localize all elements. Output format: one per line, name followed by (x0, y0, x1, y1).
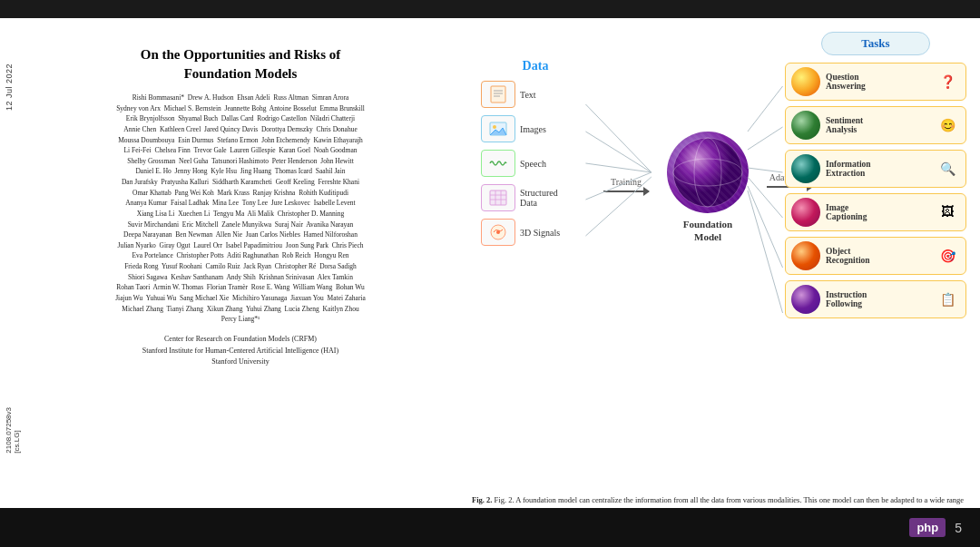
institution-info: Center for Research on Foundation Models… (41, 334, 440, 368)
php-badge: php (909, 518, 946, 537)
paper-title: On the Opportunities and Risks of Founda… (41, 45, 440, 83)
object-sphere (791, 241, 820, 270)
sentiment-sphere (791, 111, 820, 140)
paper-side: 12 Jul 2022 2108.07258v3 [cs.LG] On the … (0, 18, 463, 526)
signals-label: 3D Signals (520, 228, 560, 238)
date-label: 12 Jul 2022 (5, 63, 14, 111)
instruction-label: InstructionFollowing (826, 290, 935, 308)
data-column: Data Text (481, 59, 590, 253)
svg-line-19 (585, 163, 651, 172)
speech-label: Speech (520, 159, 546, 169)
foundation-model: FoundationModel (658, 132, 758, 244)
figure-side: Data Text (463, 18, 980, 526)
sentiment-icon: 😊 (935, 112, 960, 138)
arxiv-label: 2108.07258v3 [cs.LG] (5, 407, 21, 454)
object-label: ObjectRecognition (826, 247, 935, 265)
tasks-column: Tasks QuestionAnswering ❓ SentimentAnaly… (785, 32, 966, 324)
svg-line-18 (585, 132, 651, 172)
images-label: Images (520, 124, 546, 134)
bottom-bar: php 5 (0, 508, 980, 547)
signals-icon-box (481, 219, 515, 246)
svg-point-12 (496, 230, 500, 234)
svg-line-17 (585, 104, 651, 172)
qa-label: QuestionAnswering (826, 73, 935, 91)
svg-rect-0 (491, 86, 505, 103)
training-area: Training (603, 177, 649, 192)
instruction-icon: 📋 (935, 287, 960, 312)
task-object: ObjectRecognition 🎯 (785, 237, 966, 275)
task-info: InformationExtraction 🔍 (785, 150, 966, 188)
structured-data-item: StructuredData (481, 184, 590, 211)
text-icon (481, 81, 515, 108)
fm-circle (667, 132, 749, 213)
tasks-header: Tasks (821, 32, 930, 55)
training-label: Training (611, 177, 642, 187)
diagram-area: Data Text (472, 32, 971, 422)
sentiment-label: SentimentAnalysis (826, 116, 935, 134)
info-label: InformationExtraction (826, 160, 935, 178)
svg-rect-6 (490, 190, 506, 205)
object-icon: 🎯 (935, 243, 960, 269)
text-data-item: Text (481, 81, 590, 108)
structured-icon-box (481, 184, 515, 211)
fm-label: FoundationModel (658, 218, 758, 244)
svg-point-15 (694, 138, 721, 207)
task-qa: QuestionAnswering ❓ (785, 63, 966, 101)
speech-icon-box (481, 150, 515, 177)
caption-fig-label: Fig. 2. (472, 495, 492, 504)
structured-label: StructuredData (520, 188, 558, 208)
qa-icon: ❓ (935, 69, 960, 94)
instruction-sphere (791, 285, 820, 314)
images-icon (481, 115, 515, 142)
text-label: Text (520, 90, 536, 100)
authors-list: Rishi Bommasani* Drew A. Hudson Ehsan Ad… (41, 93, 440, 325)
task-instruction: InstructionFollowing 📋 (785, 280, 966, 318)
task-captioning: ImageCaptioning 🖼 (785, 193, 966, 231)
captioning-icon: 🖼 (935, 200, 960, 225)
data-label: Data (481, 59, 590, 73)
images-data-item: Images (481, 115, 590, 142)
speech-data-item: Speech (481, 150, 590, 177)
svg-point-13 (673, 138, 742, 207)
captioning-sphere (791, 198, 820, 227)
svg-point-5 (493, 125, 496, 129)
info-sphere (791, 154, 820, 183)
task-sentiment: SentimentAnalysis 😊 (785, 106, 966, 144)
captioning-label: ImageCaptioning (826, 203, 935, 221)
svg-line-22 (748, 86, 783, 132)
signals-data-item: 3D Signals (481, 219, 590, 246)
info-icon: 🔍 (935, 156, 960, 181)
qa-sphere (791, 67, 820, 96)
svg-point-14 (673, 159, 742, 186)
svg-point-16 (673, 138, 742, 207)
training-arrow (603, 190, 649, 192)
slide-number: 5 (955, 521, 962, 535)
main-container: 12 Jul 2022 2108.07258v3 [cs.LG] On the … (0, 18, 980, 526)
